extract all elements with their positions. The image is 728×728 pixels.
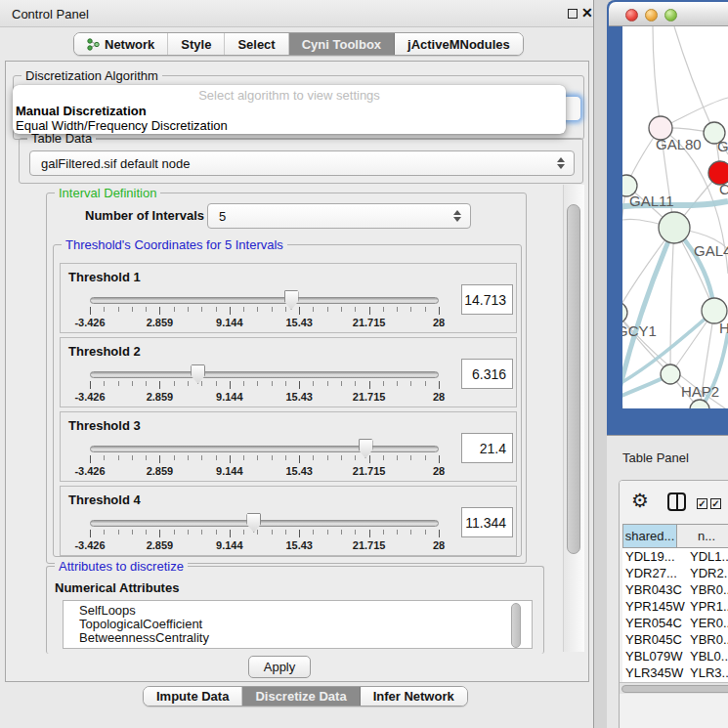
tick-label: 2.859 bbox=[147, 465, 174, 477]
close-icon[interactable]: ✕ bbox=[581, 5, 593, 21]
panel-scrollbar[interactable] bbox=[563, 185, 584, 652]
tick-mark bbox=[188, 530, 189, 535]
tick-mark bbox=[230, 455, 231, 463]
panel-scrollbar-thumb[interactable] bbox=[567, 204, 580, 554]
zoom-button[interactable] bbox=[664, 9, 677, 21]
column-header-name[interactable]: n... bbox=[677, 524, 728, 548]
table-hscrollbar[interactable] bbox=[620, 682, 728, 694]
tick-mark bbox=[174, 455, 175, 460]
tick-mark bbox=[174, 307, 175, 312]
tick-mark bbox=[90, 381, 91, 389]
threshold-slider[interactable]: -3.4262.8599.14415.4321.71528 bbox=[90, 290, 439, 331]
tab-discretize-data[interactable]: Discretize Data bbox=[242, 687, 360, 706]
tick-mark bbox=[355, 530, 356, 535]
network-canvas[interactable]: GAL80GAGAL11CGAL4GCY1HHAP2 bbox=[622, 26, 728, 408]
threshold-slider[interactable]: -3.4262.8599.14415.4321.71528 bbox=[90, 513, 439, 554]
tick-mark bbox=[425, 455, 426, 460]
network-view-window: GAL80GAGAL11CGAL4GCY1HHAP2 bbox=[607, 0, 728, 435]
tab-jactivemnodules[interactable]: jActiveMNodules bbox=[395, 33, 523, 55]
threshold-value-field[interactable]: 6.316 bbox=[461, 359, 513, 389]
tab-infer-network[interactable]: Infer Network bbox=[361, 687, 467, 706]
slider-handle[interactable] bbox=[191, 364, 205, 384]
threshold-slider[interactable]: -3.4262.8599.14415.4321.71528 bbox=[90, 364, 439, 406]
threshold-card: Threshold 3-3.4262.8599.14415.4321.71528… bbox=[60, 411, 517, 482]
network-window-titlebar[interactable] bbox=[609, 2, 728, 26]
numerical-attributes-list[interactable]: SelfLoopsTopologicalCoefficientBetweenne… bbox=[63, 600, 533, 649]
float-window-icon[interactable] bbox=[568, 9, 578, 19]
cell-name: YPR1... bbox=[685, 599, 728, 614]
table-row[interactable]: YBR045CYBR0... bbox=[622, 631, 728, 648]
table-row[interactable]: YDR27...YDR2... bbox=[622, 565, 728, 581]
tick-label: 9.144 bbox=[216, 539, 243, 551]
tick-mark bbox=[341, 530, 342, 535]
minimize-button[interactable] bbox=[645, 9, 658, 21]
tick-mark bbox=[201, 455, 202, 460]
threshold-value-field[interactable]: 21.4 bbox=[461, 433, 513, 463]
tick-mark bbox=[272, 307, 273, 312]
tick-mark bbox=[397, 530, 398, 535]
table-row[interactable]: YBL079WYBL0... bbox=[622, 648, 728, 664]
split-view-icon[interactable] bbox=[667, 492, 686, 511]
tick-mark bbox=[230, 381, 231, 389]
control-panel-window: Control Panel ✕ NetworkStyleSelectCyni T… bbox=[0, 0, 594, 728]
tick-mark bbox=[285, 307, 286, 312]
network-node[interactable] bbox=[661, 364, 680, 384]
list-item[interactable]: TopologicalCoefficient bbox=[79, 618, 532, 631]
top-tab-bar: NetworkStyleSelectCyni ToolboxjActiveMNo… bbox=[73, 32, 524, 56]
tab-network[interactable]: Network bbox=[74, 33, 168, 55]
tick-label: 21.715 bbox=[353, 465, 386, 477]
tab-impute-data[interactable]: Impute Data bbox=[144, 687, 242, 706]
slider-handle[interactable] bbox=[246, 513, 261, 533]
threshold-slider[interactable]: -3.4262.8599.14415.4321.71528 bbox=[90, 439, 439, 480]
checkbox-icon[interactable]: ✓ bbox=[697, 498, 707, 509]
threshold-value-field[interactable]: 14.713 bbox=[461, 284, 513, 315]
tick-mark bbox=[188, 381, 189, 386]
table-hscrollbar-thumb[interactable] bbox=[621, 685, 728, 693]
tick-mark bbox=[397, 455, 398, 460]
table-row[interactable]: YDL19...YDL1... bbox=[622, 548, 728, 565]
checkbox-icon[interactable]: ✓ bbox=[710, 498, 721, 509]
tick-mark bbox=[285, 381, 286, 386]
tab-label: Cyni Toolbox bbox=[302, 37, 381, 52]
tick-mark bbox=[90, 455, 91, 463]
algorithm-option-equal-width[interactable]: Equal Width/Frequency Discretization bbox=[13, 118, 566, 133]
table-row[interactable]: YPR145WYPR1... bbox=[622, 598, 728, 615]
table-row[interactable]: YLR345WYLR3... bbox=[622, 664, 728, 681]
close-button[interactable] bbox=[625, 9, 638, 21]
tick-mark bbox=[230, 307, 231, 315]
number-of-intervals-combobox[interactable]: 5 bbox=[207, 203, 471, 229]
tick-label: -3.426 bbox=[74, 391, 105, 403]
network-node[interactable] bbox=[622, 302, 627, 323]
cell-name: YDL1... bbox=[685, 549, 728, 564]
threshold-value-field[interactable]: 11.344 bbox=[461, 507, 513, 537]
table-row[interactable]: YER054CYER0... bbox=[622, 615, 728, 631]
tick-mark bbox=[257, 455, 258, 460]
algorithm-option-manual[interactable]: Manual Discretization bbox=[13, 104, 566, 118]
numerical-attributes-label: Numerical Attributes bbox=[55, 580, 179, 595]
tick-mark bbox=[159, 307, 160, 315]
network-edge bbox=[674, 26, 714, 133]
cell-name: YDR2... bbox=[685, 566, 728, 580]
list-item[interactable]: SelfLoops bbox=[79, 604, 532, 618]
threshold-label: Threshold 1 bbox=[68, 270, 141, 284]
tick-mark bbox=[272, 455, 273, 460]
table-header: shared... n... bbox=[622, 524, 728, 548]
table-data-combobox[interactable]: galFiltered.sif default node bbox=[29, 150, 575, 176]
tab-cyni-toolbox[interactable]: Cyni Toolbox bbox=[289, 33, 395, 55]
table-row[interactable]: YBR043CYBR0... bbox=[622, 581, 728, 598]
slider-handle[interactable] bbox=[359, 439, 373, 458]
settings-gear-icon[interactable]: ⚙ bbox=[631, 490, 649, 511]
tick-mark bbox=[188, 307, 189, 312]
apply-button[interactable]: Apply bbox=[248, 656, 311, 678]
column-header-shared[interactable]: shared... bbox=[622, 524, 677, 548]
tick-mark bbox=[201, 381, 202, 386]
list-scrollbar-thumb[interactable] bbox=[511, 603, 521, 648]
tick-mark bbox=[146, 381, 147, 386]
tick-mark bbox=[257, 530, 258, 535]
tick-mark bbox=[299, 530, 300, 537]
tab-style[interactable]: Style bbox=[168, 33, 225, 55]
tab-select[interactable]: Select bbox=[225, 33, 288, 55]
network-node[interactable] bbox=[659, 212, 690, 243]
tick-mark bbox=[313, 381, 314, 386]
list-item[interactable]: BetweennessCentrality bbox=[79, 631, 532, 645]
